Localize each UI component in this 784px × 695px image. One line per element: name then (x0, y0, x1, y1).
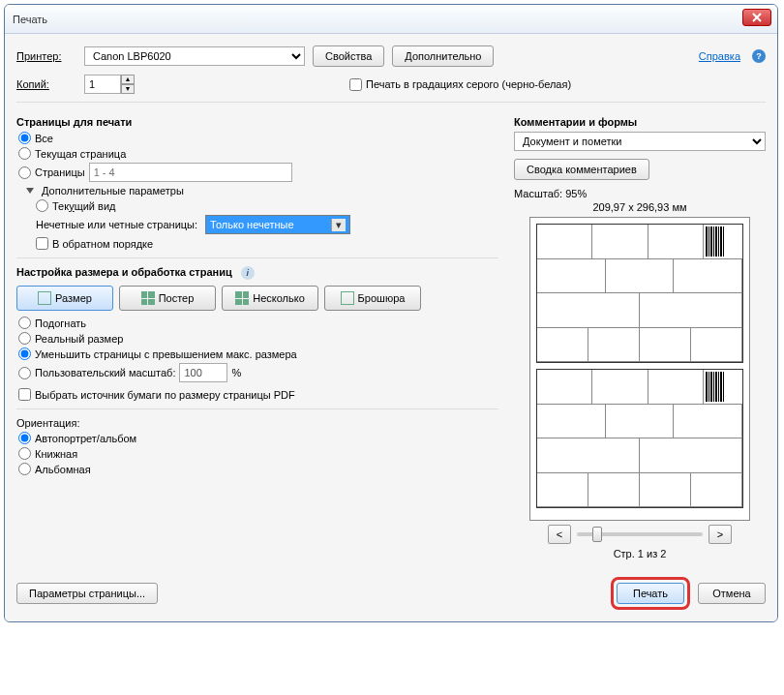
info-icon[interactable]: i (241, 266, 255, 280)
radio-pages[interactable] (18, 166, 31, 179)
window-title: Печать (13, 14, 47, 25)
preview-doc-2 (536, 369, 743, 508)
auto-orient-label: Автопортрет/альбом (35, 433, 136, 444)
radio-shrink[interactable] (18, 348, 31, 360)
print-button[interactable]: Печать (617, 583, 684, 604)
help-icon[interactable]: ? (752, 49, 766, 63)
portrait-label: Книжная (35, 448, 77, 460)
copies-up[interactable]: ▲ (121, 75, 135, 84)
multiple-icon (235, 291, 249, 305)
sizing-title: Настройка размера и обработка страниц (16, 266, 232, 278)
print-dialog: Печать Принтер: Canon LBP6020 Свойства Д… (4, 4, 778, 622)
booklet-icon (341, 291, 354, 305)
summarize-comments-button[interactable]: Сводка комментариев (514, 159, 649, 180)
odd-even-select[interactable]: Только нечетные (205, 215, 350, 234)
radio-fit[interactable] (18, 317, 31, 329)
shrink-label: Уменьшить страницы с превышением макс. р… (35, 348, 297, 360)
slider-thumb[interactable] (592, 527, 602, 542)
page-indicator: Стр. 1 из 2 (514, 548, 766, 559)
radio-landscape[interactable] (18, 463, 31, 475)
preview-doc-1 (536, 224, 743, 363)
custom-label: Пользовательский масштаб: (35, 367, 175, 378)
radio-portrait[interactable] (18, 447, 31, 460)
actual-label: Реальный размер (35, 333, 123, 345)
page-range-input[interactable] (89, 163, 292, 182)
paper-source-label: Выбрать источник бумаги по размеру стран… (35, 389, 295, 401)
copies-label: Копий: (16, 78, 76, 90)
fit-label: Подогнать (35, 317, 86, 329)
prev-page-button[interactable]: < (548, 525, 571, 544)
comments-select[interactable]: Документ и пометки (514, 132, 766, 151)
poster-tab[interactable]: Постер (119, 286, 216, 311)
reverse-checkbox[interactable] (36, 237, 48, 250)
orientation-title: Ориентация: (16, 417, 498, 429)
close-icon (752, 13, 762, 22)
radio-all-label: Все (35, 133, 53, 144)
current-view-label: Текущий вид (52, 200, 115, 212)
pct-label: % (231, 367, 241, 378)
print-button-highlight: Печать (611, 577, 690, 610)
more-options-label[interactable]: Дополнительные параметры (42, 185, 184, 196)
comments-title: Комментарии и формы (514, 116, 766, 128)
dimensions-label: 209,97 x 296,93 мм (514, 201, 766, 213)
copies-spinbox[interactable]: ▲ ▼ (84, 75, 135, 94)
booklet-tab[interactable]: Брошюра (324, 286, 421, 311)
pages-group-title: Страницы для печати (16, 116, 498, 128)
close-button[interactable] (742, 9, 771, 26)
advanced-button[interactable]: Дополнительно (392, 45, 494, 67)
dialog-body: Принтер: Canon LBP6020 Свойства Дополнит… (5, 34, 777, 621)
radio-current[interactable] (18, 147, 31, 160)
properties-button[interactable]: Свойства (313, 45, 384, 67)
expand-icon[interactable] (26, 188, 34, 194)
copies-down[interactable]: ▼ (121, 84, 135, 94)
size-tab[interactable]: Размер (16, 286, 113, 311)
page-setup-button[interactable]: Параметры страницы... (16, 583, 158, 604)
printer-label: Принтер: (16, 50, 76, 62)
cancel-button[interactable]: Отмена (698, 583, 766, 604)
radio-auto-orient[interactable] (18, 432, 31, 444)
next-page-button[interactable]: > (709, 525, 732, 544)
landscape-label: Альбомная (35, 464, 91, 475)
radio-current-label: Текущая страница (35, 148, 126, 160)
radio-actual[interactable] (18, 332, 31, 345)
reverse-label: В обратном порядке (52, 238, 153, 250)
zoom-slider[interactable] (577, 532, 703, 536)
odd-even-label: Нечетные или четные страницы: (36, 219, 197, 230)
copies-input[interactable] (84, 75, 121, 94)
titlebar: Печать (5, 5, 777, 34)
help-link[interactable]: Справка (699, 50, 740, 62)
paper-source-checkbox[interactable] (18, 388, 31, 401)
scale-label: Масштаб: 95% (514, 188, 766, 199)
printer-select[interactable]: Canon LBP6020 (84, 46, 305, 66)
radio-current-view[interactable] (36, 199, 48, 212)
multiple-tab[interactable]: Несколько (222, 286, 318, 311)
radio-pages-label: Страницы (35, 166, 85, 178)
print-preview (529, 217, 750, 521)
custom-scale-input[interactable] (179, 363, 227, 382)
radio-all[interactable] (18, 132, 31, 144)
grayscale-checkbox[interactable] (349, 78, 362, 91)
radio-custom[interactable] (18, 367, 31, 379)
poster-icon (141, 291, 155, 305)
size-icon (38, 291, 51, 305)
grayscale-label: Печать в градациях серого (черно-белая) (366, 78, 571, 90)
